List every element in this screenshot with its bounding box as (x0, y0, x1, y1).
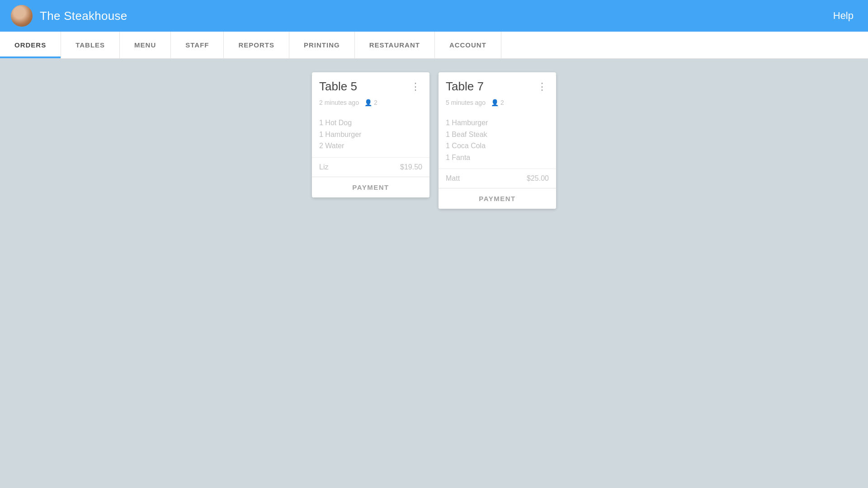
time-ago: 5 minutes ago (446, 99, 486, 106)
nav-item-staff[interactable]: STAFF (171, 32, 224, 58)
help-button[interactable]: Help (833, 10, 854, 22)
card-footer-info: Liz $19.50 (312, 157, 429, 177)
more-options-icon[interactable]: ⋮ (409, 80, 422, 94)
nav-item-reports[interactable]: REPORTS (224, 32, 289, 58)
order-card-table7: Table 7 ⋮ 5 minutes ago 👤 2 1 Hamburger … (439, 72, 556, 209)
main-nav: ORDERS TABLES MENU STAFF REPORTS PRINTIN… (0, 32, 868, 59)
nav-item-tables[interactable]: TABLES (61, 32, 120, 58)
order-item: 2 Water (319, 140, 422, 152)
card-footer-info: Matt $25.00 (439, 169, 556, 188)
order-items: 1 Hot Dog 1 Hamburger 2 Water (312, 112, 429, 157)
card-header: Table 5 ⋮ (312, 72, 429, 99)
app-title: The Steakhouse (40, 9, 127, 23)
nav-item-menu[interactable]: MENU (120, 32, 171, 58)
nav-item-restaurant[interactable]: RESTAURANT (355, 32, 435, 58)
avatar[interactable] (11, 5, 33, 27)
card-meta: 5 minutes ago 👤 2 (439, 99, 556, 112)
guests: 👤 2 (364, 99, 377, 106)
more-options-icon[interactable]: ⋮ (535, 80, 549, 94)
order-item: 1 Fanta (446, 152, 549, 164)
table-name: Table 5 (319, 80, 357, 94)
guest-count: 2 (500, 99, 504, 106)
card-meta: 2 minutes ago 👤 2 (312, 99, 429, 112)
guest-count: 2 (374, 99, 377, 106)
nav-item-orders[interactable]: ORDERS (0, 32, 61, 58)
table-name: Table 7 (446, 80, 484, 94)
order-item: 1 Hamburger (319, 129, 422, 141)
header: The Steakhouse Help (0, 0, 868, 32)
nav-item-printing[interactable]: PRINTING (289, 32, 355, 58)
staff-name: Matt (446, 174, 460, 183)
staff-name: Liz (319, 163, 328, 171)
card-header: Table 7 ⋮ (439, 72, 556, 99)
order-card-table5: Table 5 ⋮ 2 minutes ago 👤 2 1 Hot Dog 1 … (312, 72, 429, 197)
orders-grid: Table 5 ⋮ 2 minutes ago 👤 2 1 Hot Dog 1 … (0, 59, 868, 222)
payment-button[interactable]: PAYMENT (312, 177, 429, 197)
nav-item-account[interactable]: ACCOUNT (435, 32, 501, 58)
guests: 👤 2 (491, 99, 504, 106)
order-item: 1 Hot Dog (319, 117, 422, 129)
time-ago: 2 minutes ago (319, 99, 359, 106)
order-item: 1 Hamburger (446, 117, 549, 129)
order-items: 1 Hamburger 1 Beaf Steak 1 Coca Cola 1 F… (439, 112, 556, 169)
guests-icon: 👤 (364, 99, 372, 106)
guests-icon: 👤 (491, 99, 499, 106)
payment-button[interactable]: PAYMENT (439, 188, 556, 209)
order-total: $25.00 (527, 174, 549, 183)
order-item: 1 Beaf Steak (446, 129, 549, 141)
order-item: 1 Coca Cola (446, 140, 549, 152)
order-total: $19.50 (400, 163, 422, 171)
